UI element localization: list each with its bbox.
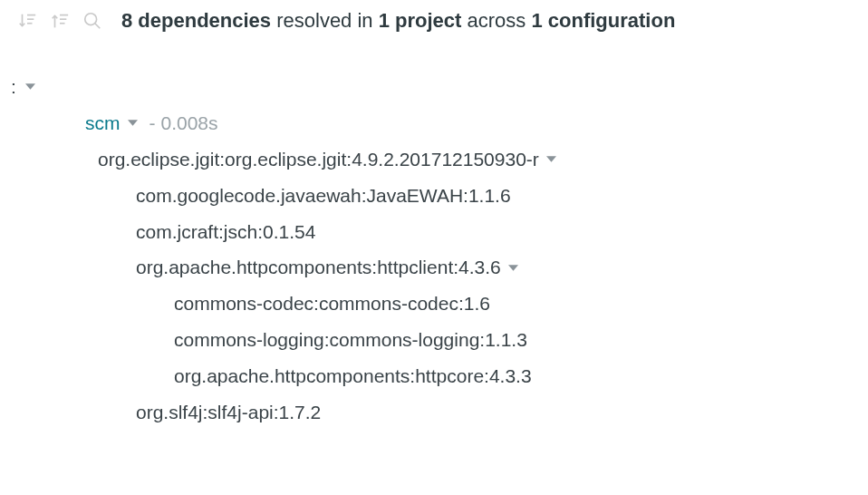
dep-slf4j: org.slf4j:slf4j-api:1.7.2 — [136, 394, 321, 431]
svg-marker-12 — [546, 156, 556, 162]
search-icon[interactable] — [82, 10, 103, 32]
dep-commons-codec: commons-codec:commons-codec:1.6 — [174, 286, 490, 322]
chevron-down-icon[interactable] — [506, 260, 521, 275]
tree-root[interactable]: : — [11, 69, 868, 105]
dep-javaewah: com.googlecode.javaewah:JavaEWAH:1.1.6 — [136, 178, 511, 214]
toolbar: 8 dependencies resolved in 1 project acr… — [0, 0, 868, 42]
config-row[interactable]: scm - 0.008s — [11, 105, 868, 141]
dep-row[interactable]: org.apache.httpcomponents:httpclient:4.3… — [11, 249, 868, 286]
project-count: 1 project — [379, 9, 462, 32]
sort-up-icon[interactable] — [49, 10, 71, 32]
dep-httpcore: org.apache.httpcomponents:httpcore:4.3.3 — [174, 358, 532, 394]
svg-marker-13 — [508, 265, 518, 271]
dep-row[interactable]: org.apache.httpcomponents:httpcore:4.3.3 — [11, 358, 868, 394]
dependency-tree: : scm - 0.008s org.eclipse.jgit:org.ecli… — [0, 42, 868, 431]
dep-jgit: org.eclipse.jgit:org.eclipse.jgit:4.9.2.… — [98, 141, 539, 178]
config-count: 1 configuration — [531, 9, 675, 32]
chevron-down-icon[interactable] — [24, 80, 38, 94]
dash: - — [149, 105, 156, 141]
svg-line-9 — [95, 24, 101, 29]
dep-row[interactable]: com.googlecode.javaewah:JavaEWAH:1.1.6 — [11, 178, 868, 214]
dep-row[interactable]: com.jcraft:jsch:0.1.54 — [11, 214, 868, 250]
dep-row[interactable]: commons-codec:commons-codec:1.6 — [11, 286, 868, 322]
svg-point-8 — [85, 14, 97, 25]
chevron-down-icon[interactable] — [126, 116, 140, 131]
svg-marker-10 — [25, 84, 35, 91]
svg-marker-11 — [128, 121, 138, 127]
dep-jsch: com.jcraft:jsch:0.1.54 — [136, 214, 315, 250]
config-timing: 0.008s — [161, 105, 218, 141]
chevron-down-icon[interactable] — [545, 152, 559, 167]
dep-count: 8 dependencies — [121, 9, 271, 32]
dep-row[interactable]: commons-logging:commons-logging:1.1.3 — [11, 322, 868, 358]
dep-row[interactable]: org.eclipse.jgit:org.eclipse.jgit:4.9.2.… — [11, 141, 868, 178]
root-label: : — [11, 69, 16, 105]
sort-down-icon[interactable] — [16, 10, 38, 32]
config-name: scm — [85, 105, 121, 141]
dep-httpclient: org.apache.httpcomponents:httpclient:4.3… — [136, 249, 501, 286]
dep-commons-logging: commons-logging:commons-logging:1.1.3 — [174, 322, 527, 358]
summary-text: 8 dependencies resolved in 1 project acr… — [121, 9, 675, 33]
dep-row[interactable]: org.slf4j:slf4j-api:1.7.2 — [11, 394, 868, 431]
